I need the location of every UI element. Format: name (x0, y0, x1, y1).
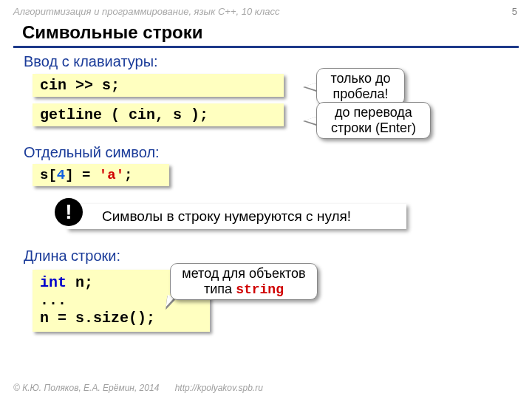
section-single-char: Отдельный символ: (24, 144, 160, 161)
code-getline: getline ( cin, s ); (33, 103, 284, 126)
section-input: Ввод с клавиатуры: (24, 53, 158, 70)
code-assign: s[4] = 'a'; (33, 164, 169, 186)
callout-typename: string (236, 282, 284, 297)
callout-tail (304, 117, 316, 124)
code-char-literal: 'a' (99, 167, 124, 183)
callout-space: только до пробела! (316, 68, 405, 105)
callout-tail (304, 83, 316, 90)
code-keyword: int (40, 274, 66, 291)
footer-url: http://kpolyakov.spb.ru (175, 383, 263, 393)
title-divider (13, 46, 519, 48)
section-length: Длина строки: (24, 248, 120, 265)
code-text: ] = (65, 167, 99, 183)
header-breadcrumb: Алгоритмизация и программирование, язык … (13, 6, 279, 17)
alert-box: Символы в строку нумеруются с нуля! (66, 204, 406, 229)
code-text: n; (66, 274, 93, 291)
code-text: n = s.size(); (40, 310, 155, 327)
footer: © К.Ю. Поляков, Е.А. Ерёмин, 2014 http:/… (13, 383, 263, 393)
callout-enter: до перевода строки (Enter) (316, 102, 431, 139)
code-number: 4 (57, 167, 65, 183)
code-text: s[ (40, 167, 57, 183)
callout-method: метод для объектов типа string (170, 263, 318, 300)
alert-badge-icon: ! (55, 198, 83, 226)
page-number: 5 (512, 6, 517, 17)
code-text: ; (124, 167, 132, 183)
footer-copyright: © К.Ю. Поляков, Е.А. Ерёмин, 2014 (13, 383, 159, 393)
code-text: ... (40, 292, 66, 309)
code-cin: cin >> s; (33, 74, 284, 97)
slide-title: Символьные строки (22, 22, 203, 43)
